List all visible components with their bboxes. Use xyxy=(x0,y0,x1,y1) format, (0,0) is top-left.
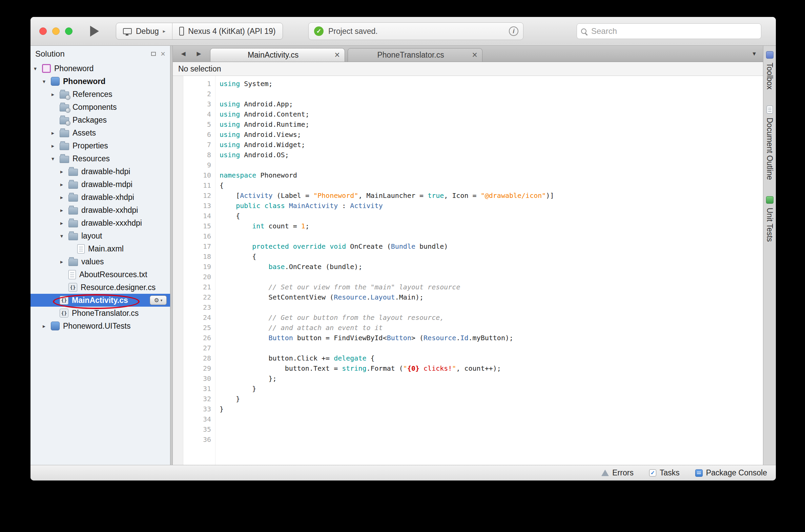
code-line[interactable]: // Set our view from the "main" layout r… xyxy=(219,282,763,292)
code-line[interactable]: { xyxy=(219,251,763,262)
item-options-button[interactable]: ⚙▾ xyxy=(150,296,167,305)
close-pad-icon[interactable]: × xyxy=(160,50,165,58)
tree-item-drawable-hdpi[interactable]: ▸drawable-hdpi xyxy=(31,165,170,178)
disclosure-closed-icon[interactable]: ▸ xyxy=(60,259,69,265)
disclosure-closed-icon[interactable]: ▸ xyxy=(52,142,60,149)
code-line[interactable]: } xyxy=(219,384,763,394)
line-number[interactable]: 10 xyxy=(173,170,215,180)
line-number[interactable]: 30 xyxy=(173,374,215,384)
line-number[interactable]: 31 xyxy=(173,384,215,394)
navigate-back-button[interactable]: ◀ xyxy=(175,46,191,62)
line-number[interactable]: 34 xyxy=(173,414,215,424)
code-line[interactable]: // Get our button from the layout resour… xyxy=(219,312,763,323)
disclosure-closed-icon[interactable]: ▸ xyxy=(60,181,69,188)
line-number[interactable]: 16 xyxy=(173,231,215,241)
tree-item-phonetranslator-cs[interactable]: {}PhoneTranslator.cs xyxy=(31,307,170,320)
dock-tab-unit-tests[interactable]: Unit Tests xyxy=(765,196,774,242)
line-number[interactable]: 36 xyxy=(173,434,215,444)
auto-hide-pad-icon[interactable] xyxy=(151,52,156,56)
bottom-tab-package-console[interactable]: Package Console xyxy=(695,468,767,477)
code-line[interactable]: using Android.Content; xyxy=(219,109,763,119)
code-line[interactable]: { xyxy=(219,211,763,221)
code-content[interactable]: using System;using Android.App;using And… xyxy=(215,76,763,465)
line-number[interactable]: 7 xyxy=(173,139,215,150)
line-number[interactable]: 20 xyxy=(173,272,215,282)
tree-item-phoneword[interactable]: ▾Phoneword xyxy=(31,62,170,75)
disclosure-closed-icon[interactable]: ▸ xyxy=(52,130,60,136)
line-number[interactable]: 23 xyxy=(173,302,215,312)
close-tab-icon[interactable]: × xyxy=(334,51,340,60)
line-number[interactable]: 17 xyxy=(173,241,215,251)
minimize-window-button[interactable] xyxy=(52,27,60,35)
tab-mainactivity-cs[interactable]: MainActivity.cs× xyxy=(210,48,345,62)
tree-item-resource-designer-cs[interactable]: {}Resource.designer.cs xyxy=(31,281,170,294)
code-line[interactable] xyxy=(219,160,763,170)
disclosure-closed-icon[interactable]: ▸ xyxy=(60,220,69,226)
tree-item-packages[interactable]: Packages xyxy=(31,114,170,127)
line-number[interactable]: 27 xyxy=(173,343,215,353)
tree-item-aboutresources-txt[interactable]: AboutResources.txt xyxy=(31,268,170,281)
close-window-button[interactable] xyxy=(39,27,47,35)
code-line[interactable]: } xyxy=(219,404,763,414)
tree-item-resources[interactable]: ▾Resources xyxy=(31,152,170,165)
line-number[interactable]: 15 xyxy=(173,221,215,231)
code-line[interactable] xyxy=(219,414,763,424)
line-number[interactable]: 9 xyxy=(173,160,215,170)
tree-item-drawable-xhdpi[interactable]: ▸drawable-xhdpi xyxy=(31,191,170,204)
tree-item-properties[interactable]: ▸Properties xyxy=(31,139,170,152)
close-tab-icon[interactable]: × xyxy=(472,51,477,60)
line-number[interactable]: 32 xyxy=(173,394,215,404)
disclosure-closed-icon[interactable]: ▸ xyxy=(60,194,69,201)
code-line[interactable]: public class MainActivity : Activity xyxy=(219,201,763,211)
line-number[interactable]: 35 xyxy=(173,424,215,434)
dock-tab-toolbox[interactable]: Toolbox xyxy=(765,51,774,90)
code-line[interactable] xyxy=(219,272,763,282)
line-number[interactable]: 12 xyxy=(173,190,215,201)
tree-item-phoneword[interactable]: ▾Phoneword xyxy=(31,75,170,88)
line-number[interactable]: 29 xyxy=(173,363,215,374)
disclosure-closed-icon[interactable]: ▸ xyxy=(60,207,69,213)
code-line[interactable]: using Android.App; xyxy=(219,99,763,109)
code-line[interactable] xyxy=(219,231,763,241)
disclosure-open-icon[interactable]: ▾ xyxy=(43,78,51,85)
tab-list-dropdown-icon[interactable]: ▼ xyxy=(751,46,757,62)
run-button[interactable] xyxy=(90,26,99,37)
code-line[interactable]: using Android.OS; xyxy=(219,150,763,160)
tree-item-layout[interactable]: ▾layout xyxy=(31,229,170,242)
line-number[interactable]: 8 xyxy=(173,150,215,160)
disclosure-closed-icon[interactable]: ▸ xyxy=(52,91,60,98)
code-line[interactable] xyxy=(219,343,763,353)
code-line[interactable]: namespace Phoneword xyxy=(219,170,763,180)
line-number[interactable]: 28 xyxy=(173,353,215,363)
code-line[interactable]: button.Click += delegate { xyxy=(219,353,763,363)
code-line[interactable] xyxy=(219,434,763,444)
tree-item-references[interactable]: ▸References xyxy=(31,88,170,101)
tree-item-mainactivity-cs[interactable]: {}MainActivity.cs⚙▾ xyxy=(31,294,170,307)
tree-item-drawable-xxxhdpi[interactable]: ▸drawable-xxxhdpi xyxy=(31,216,170,229)
navigate-forward-button[interactable]: ▶ xyxy=(191,46,207,62)
code-line[interactable]: SetContentView (Resource.Layout.Main); xyxy=(219,292,763,302)
code-line[interactable]: using Android.Widget; xyxy=(219,139,763,150)
tree-item-values[interactable]: ▸values xyxy=(31,255,170,268)
code-line[interactable] xyxy=(219,302,763,312)
tree-item-drawable-xxhdpi[interactable]: ▸drawable-xxhdpi xyxy=(31,204,170,216)
line-number[interactable]: 4 xyxy=(173,109,215,119)
device-selector[interactable]: Nexus 4 (KitKat) (API 19) xyxy=(172,23,282,39)
line-number[interactable]: 5 xyxy=(173,119,215,130)
code-line[interactable]: [Activity (Label = "Phoneword", MainLaun… xyxy=(219,190,763,201)
line-number[interactable]: 19 xyxy=(173,262,215,272)
disclosure-open-icon[interactable]: ▾ xyxy=(60,233,69,239)
code-line[interactable]: using Android.Runtime; xyxy=(219,119,763,130)
search-field[interactable] xyxy=(577,23,761,39)
line-number[interactable]: 33 xyxy=(173,404,215,414)
tab-phonetranslator-cs[interactable]: PhoneTranslator.cs× xyxy=(348,48,482,62)
line-number[interactable]: 25 xyxy=(173,323,215,333)
code-line[interactable]: // and attach an event to it xyxy=(219,323,763,333)
code-line[interactable]: using Android.Views; xyxy=(219,130,763,139)
code-line[interactable]: using System; xyxy=(219,79,763,89)
disclosure-closed-icon[interactable]: ▸ xyxy=(60,168,69,175)
code-line[interactable]: }; xyxy=(219,374,763,384)
tree-item-main-axml[interactable]: Main.axml xyxy=(31,242,170,255)
code-line[interactable]: button.Text = string.Format ("{0} clicks… xyxy=(219,363,763,374)
code-editor[interactable]: 1234567891011121314151617181920212223242… xyxy=(173,76,763,465)
